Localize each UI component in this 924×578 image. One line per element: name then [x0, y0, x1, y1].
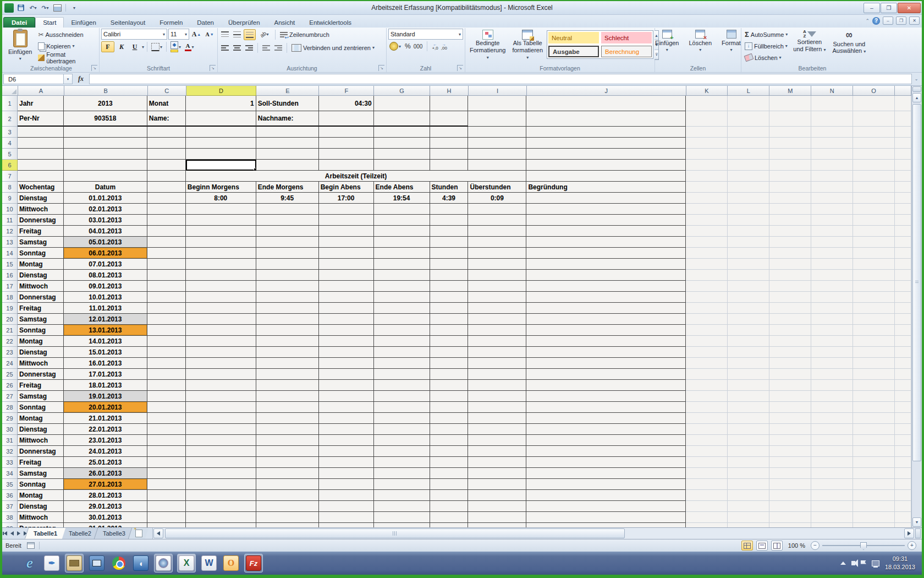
cell-A18[interactable]: Donnerstag — [18, 292, 64, 303]
font-color-button[interactable]: A▾ — [183, 42, 195, 52]
cell-B25[interactable]: 17.01.2013 — [64, 369, 147, 380]
cell-N21[interactable] — [811, 325, 853, 336]
cell-F28[interactable] — [319, 402, 374, 413]
cell-G22[interactable] — [374, 336, 430, 347]
cell-C18[interactable] — [147, 292, 186, 303]
cell-K35[interactable] — [686, 479, 728, 490]
cell-G4[interactable] — [374, 138, 430, 149]
cell-P13[interactable] — [895, 237, 911, 248]
cell-J3[interactable] — [526, 127, 686, 138]
cell-P9[interactable] — [895, 193, 911, 204]
cell-P39[interactable] — [895, 523, 911, 527]
cell-A4[interactable] — [18, 138, 64, 149]
cell-P21[interactable] — [895, 325, 911, 336]
cell-F8[interactable]: Begin Abens — [319, 182, 374, 193]
cell-O28[interactable] — [853, 402, 895, 413]
cell-A16[interactable]: Dienstag — [18, 270, 64, 281]
cell-G2[interactable] — [374, 111, 430, 127]
cell-K21[interactable] — [686, 325, 728, 336]
cell-A21[interactable]: Sonntag — [18, 325, 64, 336]
restore-button[interactable]: ❐ — [881, 3, 897, 13]
cell-K8[interactable] — [686, 182, 728, 193]
cell-C21[interactable] — [147, 325, 186, 336]
cell-H27[interactable] — [430, 391, 469, 402]
cell-I11[interactable] — [468, 215, 526, 226]
cell-K14[interactable] — [686, 248, 728, 259]
cut-button[interactable]: ✂Ausschneiden — [36, 29, 97, 40]
cell-F3[interactable] — [319, 127, 374, 138]
cell-O10[interactable] — [853, 204, 895, 215]
cell-K25[interactable] — [686, 369, 728, 380]
cell-C25[interactable] — [147, 369, 186, 380]
font-family-select[interactable]: Calibri▾ — [101, 29, 167, 40]
cell-E26[interactable] — [256, 380, 319, 391]
cell-F11[interactable] — [319, 215, 374, 226]
cell-D23[interactable] — [186, 347, 256, 358]
cell-P33[interactable] — [895, 457, 911, 468]
row-header-12[interactable]: 12 — [2, 226, 18, 237]
split-handle[interactable] — [912, 86, 921, 92]
cell-O13[interactable] — [853, 237, 895, 248]
cell-J33[interactable] — [526, 457, 686, 468]
cell-P23[interactable] — [895, 347, 911, 358]
cell-L35[interactable] — [728, 479, 769, 490]
cell-L17[interactable] — [728, 281, 769, 292]
cell-I30[interactable] — [468, 424, 526, 435]
cell-P6[interactable] — [895, 160, 911, 171]
cell-A32[interactable]: Donnerstag — [18, 446, 64, 457]
cell-B6[interactable] — [64, 160, 147, 171]
cell-O3[interactable] — [853, 127, 895, 138]
cell-C22[interactable] — [147, 336, 186, 347]
cell-L31[interactable] — [728, 435, 769, 446]
cell-P7[interactable] — [895, 171, 911, 182]
cell-H30[interactable] — [430, 424, 469, 435]
cell-F27[interactable] — [319, 391, 374, 402]
cell-P29[interactable] — [895, 413, 911, 424]
cell-D21[interactable] — [186, 325, 256, 336]
fill-button[interactable]: ↓Füllbereich▾ — [743, 40, 789, 52]
cell-K24[interactable] — [686, 358, 728, 369]
cell-P38[interactable] — [895, 512, 911, 523]
cell-K13[interactable] — [686, 237, 728, 248]
cell-N12[interactable] — [811, 226, 853, 237]
cell-N38[interactable] — [811, 512, 853, 523]
row-header-28[interactable]: 28 — [2, 402, 18, 413]
cell-A1[interactable]: Jahr — [18, 96, 64, 111]
cell-I21[interactable] — [468, 325, 526, 336]
cell-H16[interactable] — [430, 270, 469, 281]
cell-P36[interactable] — [895, 490, 911, 501]
cell-D36[interactable] — [186, 490, 256, 501]
cell-G36[interactable] — [374, 490, 430, 501]
cell-O36[interactable] — [853, 490, 895, 501]
cell-H22[interactable] — [430, 336, 469, 347]
cell-A20[interactable]: Samstag — [18, 314, 64, 325]
dialog-launcher-icon[interactable]: ↘ — [210, 65, 216, 71]
cell-H5[interactable] — [430, 149, 469, 160]
cell-I28[interactable] — [468, 402, 526, 413]
cell-K17[interactable] — [686, 281, 728, 292]
cell-H32[interactable] — [430, 446, 469, 457]
cell-P28[interactable] — [895, 402, 911, 413]
cell-M8[interactable] — [769, 182, 811, 193]
cell-J28[interactable] — [526, 402, 686, 413]
cell-G30[interactable] — [374, 424, 430, 435]
cell-A38[interactable]: Mittwoch — [18, 512, 64, 523]
cell-C33[interactable] — [147, 457, 186, 468]
cell-K30[interactable] — [686, 424, 728, 435]
cell-O20[interactable] — [853, 314, 895, 325]
cell-F38[interactable] — [319, 512, 374, 523]
cell-N30[interactable] — [811, 424, 853, 435]
cell-P8[interactable] — [895, 182, 911, 193]
cell-F10[interactable] — [319, 204, 374, 215]
row-header-9[interactable]: 9 — [2, 193, 18, 204]
cell-G26[interactable] — [374, 380, 430, 391]
cell-F5[interactable] — [319, 149, 374, 160]
row-header-22[interactable]: 22 — [2, 336, 18, 347]
row-header-26[interactable]: 26 — [2, 380, 18, 391]
cell-H14[interactable] — [430, 248, 469, 259]
row-header-24[interactable]: 24 — [2, 358, 18, 369]
cell-N14[interactable] — [811, 248, 853, 259]
cell-M39[interactable] — [769, 523, 811, 527]
cell-L16[interactable] — [728, 270, 769, 281]
cell-P10[interactable] — [895, 204, 911, 215]
